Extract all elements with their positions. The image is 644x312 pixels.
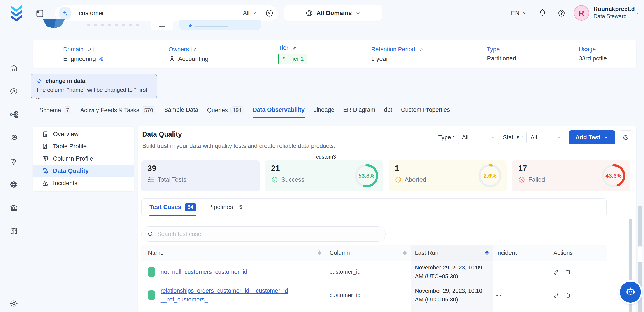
team-icon [168,55,176,62]
failed-percentage: 43.6% [601,163,626,189]
owners-label: Owners [168,46,189,53]
test-case-link[interactable]: relationships_orders_customer_id__custom… [160,286,289,304]
edit-retention-button[interactable] [418,46,425,53]
success-card: 21 Success 53.8% [265,160,384,191]
failed-label: Failed [528,176,545,183]
domain-type-icon [98,57,103,61]
sidebar-item-data-quality[interactable]: Data Quality [33,165,134,177]
tab-pipelines[interactable]: Pipelines 5 [208,199,245,216]
nav-glossary-icon[interactable] [7,224,21,238]
chevron-down-icon [522,11,527,16]
sidebar-toggle-button[interactable] [34,8,45,19]
tier-value: Tier 1 [289,55,304,62]
nav-insights-icon[interactable] [7,154,21,169]
test-case-search-input[interactable] [157,231,380,237]
ai-sparkle-icon[interactable] [59,8,71,19]
nav-home-icon[interactable] [7,61,21,75]
sort-last-run[interactable] [485,250,489,255]
add-test-button[interactable]: Add Test [569,130,615,144]
sidebar-item-overview[interactable]: Overview [33,128,134,140]
user-avatar[interactable]: R [574,5,589,21]
sidebar-item-table-profile[interactable]: Table Profile [33,140,134,152]
nav-settings-icon[interactable] [7,296,21,310]
tab-custom-properties[interactable]: Custom Properties [401,106,450,118]
test-case-link[interactable]: not_null_customers_customer_id [160,267,247,276]
tab-data-observability[interactable]: Data Observability [253,106,304,118]
domain-value[interactable]: Engineering [63,55,96,62]
owners-value[interactable]: Accounting [178,55,208,62]
global-search-input[interactable] [79,10,239,17]
nav-explore-icon[interactable] [7,84,21,98]
all-domains-button[interactable]: All Domains [284,5,382,21]
settings-button[interactable] [618,130,633,144]
total-tests-card: 39 Total Tests [141,160,260,191]
announcement-card[interactable]: change in data The column "name" will be… [31,74,157,98]
metadata-owners: Owners Accounting [134,45,243,64]
type-label: Type [487,46,500,53]
nav-domains-icon[interactable] [7,178,21,192]
aborted-card: 1 Aborted 2.6% [389,160,507,191]
edit-domain-button[interactable] [86,46,94,53]
x-circle-icon [518,176,525,183]
global-search-bar[interactable]: All [55,5,278,21]
tab-test-cases[interactable]: Test Cases 54 [150,199,196,216]
tab-dbt[interactable]: dbt [384,106,392,118]
filters-toolbar: Type : All Status : All Add Test [438,130,633,144]
app-logo[interactable] [9,5,23,22]
tab-schema[interactable]: Schema7 [40,106,71,119]
notifications-button[interactable] [538,8,547,18]
summary-cards: 39 Total Tests 21 Success 53.8% [141,160,630,191]
metadata-usage: Usage 33rd pctile [549,45,636,64]
delete-test-icon[interactable] [565,269,571,275]
nav-lineage-icon[interactable] [7,108,21,122]
nav-profiler-icon[interactable] [7,131,21,145]
tab-activity-feeds[interactable]: Activity Feeds & Tasks570 [80,106,155,119]
status-filter-label: Status : [503,134,523,141]
sort-column[interactable] [403,250,406,255]
delete-test-icon[interactable] [565,292,571,298]
openmetadata-app: { "colors":{"primary":"#2160d6","link":"… [0,0,644,312]
chevron-down-icon [603,135,608,140]
tier-badge[interactable]: Tier 1 [278,54,307,64]
table-row: unique_customers_customer_id customer_id… [141,307,606,312]
tab-queries[interactable]: Queries194 [207,106,244,119]
tab-sample-data[interactable]: Sample Data [164,106,198,118]
edit-owners-button[interactable] [192,46,199,53]
aborted-percentage: 2.6% [477,163,503,189]
sort-name[interactable] [318,250,321,255]
language-selector[interactable]: EN [511,10,527,17]
status-chip-cutoff [180,20,261,30]
entity-tab-bar: Schema7 Activity Feeds & Tasks570 Sample… [40,106,450,120]
chat-assistant-button[interactable] [620,281,641,302]
test-status-indicator [148,290,155,300]
incident-value: - - [496,268,502,275]
sidebar-item-column-profile[interactable]: Column Profile [33,152,134,165]
column-value: customer_id [330,292,360,299]
help-button[interactable] [557,9,566,18]
sidebar-item-label: Data Quality [53,167,88,174]
tab-lineage[interactable]: Lineage [313,106,334,118]
page-scrollbar-thumb[interactable] [638,246,642,262]
tab-bar-divider [33,122,636,122]
user-menu-chevron[interactable] [635,11,641,17]
tooltip-text: custom3 [296,154,357,160]
column-profile-icon [42,155,48,162]
edit-tier-button[interactable] [291,44,298,52]
status-filter-select[interactable]: All [526,131,566,144]
test-case-search[interactable] [141,226,386,242]
slash-circle-icon [395,176,402,183]
edit-test-icon[interactable] [554,269,560,275]
search-scope-dropdown[interactable]: All [243,10,257,17]
tab-queries-count: 194 [230,106,244,114]
sidebar-item-incidents[interactable]: Incidents [33,177,134,189]
clear-search-icon[interactable] [265,9,274,18]
table-row: not_null_customers_customer_id customer_… [141,261,606,283]
add-test-label: Add Test [576,134,600,141]
search-scope-value: All [243,10,250,17]
announcement-title: change in data [46,78,85,84]
tab-er-diagram[interactable]: ER Diagram [343,106,375,118]
nav-govern-icon[interactable] [7,201,21,215]
edit-test-icon[interactable] [554,292,560,298]
type-filter-select[interactable]: All [458,131,499,144]
user-info[interactable]: Rounakpreet.d Data Steward [594,5,635,20]
